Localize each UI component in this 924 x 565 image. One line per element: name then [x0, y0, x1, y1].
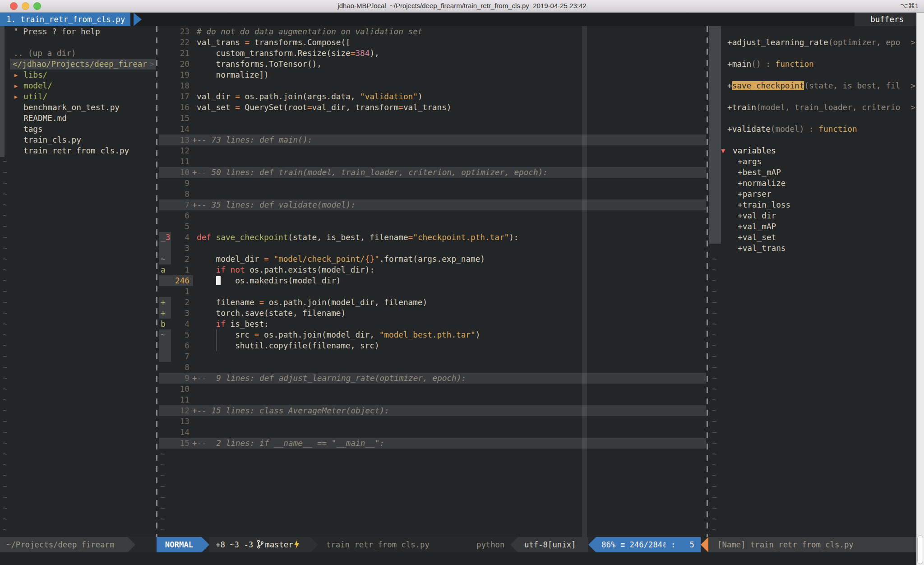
- code-line[interactable]: 18: [159, 80, 706, 91]
- nerdtree-root-path[interactable]: </jdhao/Projects/deep_firear: [13, 59, 147, 69]
- tagbar-item[interactable]: +args: [709, 156, 916, 167]
- tag-variable[interactable]: +train_loss: [738, 199, 790, 210]
- nerdtree-directory[interactable]: model/: [23, 80, 52, 91]
- tag-variable[interactable]: +args: [738, 156, 762, 167]
- tag-variable[interactable]: +normalize: [738, 178, 786, 189]
- folded-code-line[interactable]: 10+-- 50 lines: def train(model, train_l…: [159, 167, 706, 178]
- nerdtree-file[interactable]: benchmark_on_test.py: [23, 102, 120, 113]
- code-line[interactable]: 16val_set = QuerySet(root=val_dir, trans…: [159, 102, 706, 113]
- fold-summary-text[interactable]: +-- 73 lines: def main():: [192, 134, 312, 145]
- nerdtree-item[interactable]: " Press ? for help: [0, 26, 156, 37]
- code-line[interactable]: 21 custom_transform.Resize(size=384),: [159, 48, 706, 59]
- tag-variable[interactable]: +val_trans: [738, 243, 786, 254]
- tag-variable[interactable]: +best_mAP: [738, 167, 781, 178]
- fold-summary-text[interactable]: +-- 15 lines: class AverageMeter(object)…: [192, 405, 389, 416]
- code-line[interactable]: 8: [159, 362, 706, 373]
- tagbar-item[interactable]: +best_mAP: [709, 167, 916, 178]
- code-line[interactable]: 11: [159, 156, 706, 167]
- tagbar-item[interactable]: +val_set: [709, 232, 916, 243]
- code-line[interactable]: 9: [159, 178, 706, 189]
- fold-summary-text[interactable]: +-- 2 lines: if __name__ == "__main__":: [192, 438, 384, 449]
- editor-panel[interactable]: 23# do not do data augmentation on valid…: [159, 26, 706, 537]
- code-line[interactable]: 19 normalize]): [159, 69, 706, 80]
- code-line[interactable]: 13: [159, 416, 706, 427]
- tagbar-item[interactable]: ▼variables: [709, 145, 916, 156]
- nerdtree-file[interactable]: tags: [23, 124, 43, 134]
- code-line[interactable]: 3: [159, 243, 706, 254]
- tagbar-item[interactable]: +val_trans: [709, 243, 916, 254]
- nerdtree-file[interactable]: train_retr_from_cls.py: [23, 145, 129, 156]
- code-line[interactable]: 23# do not do data augmentation on valid…: [159, 26, 706, 37]
- tag-variable[interactable]: +parser: [738, 189, 772, 199]
- tagbar-item[interactable]: +adjust_learning_rate(optimizer, epo>: [709, 37, 916, 48]
- tab-train-retr-from-cls[interactable]: 1. train_retr_from_cls.py: [0, 13, 130, 26]
- fold-summary-text[interactable]: +-- 35 lines: def validate(model):: [192, 199, 356, 210]
- nerdtree-item[interactable]: ▸util/: [0, 91, 156, 102]
- code-line[interactable]: 7: [159, 351, 706, 362]
- code-line[interactable]: b4 if is_best:: [159, 319, 706, 329]
- code-line[interactable]: 6: [159, 210, 706, 221]
- nerdtree-item[interactable]: ▸model/: [0, 80, 156, 91]
- nerdtree-directory[interactable]: util/: [23, 91, 47, 102]
- fold-summary-text[interactable]: +-- 9 lines: def adjust_learning_rate(op…: [192, 373, 466, 384]
- window-separator[interactable]: [707, 26, 708, 537]
- tagbar-item[interactable]: +main() : function: [709, 59, 916, 69]
- code-line[interactable]: a1 if not os.path.exists(model_dir):: [159, 264, 706, 275]
- tagbar-item[interactable]: +train(model, train_loader, criterio>: [709, 102, 916, 113]
- folded-code-line[interactable]: 13+-- 73 lines: def main():: [159, 134, 706, 145]
- nerdtree-item[interactable]: README.md: [0, 113, 156, 124]
- code-line[interactable]: 11: [159, 394, 706, 405]
- nerdtree-directory[interactable]: libs/: [23, 69, 47, 80]
- nerdtree-item[interactable]: tags: [0, 124, 156, 134]
- tag-entry[interactable]: +validate(model) : function: [727, 124, 857, 134]
- folded-code-line[interactable]: 7+-- 35 lines: def validate(model):: [159, 199, 706, 210]
- code-line[interactable]: 8: [159, 189, 706, 199]
- code-line[interactable]: 15: [159, 113, 706, 124]
- code-line[interactable]: 14: [159, 124, 706, 134]
- code-line[interactable]: 10: [159, 384, 706, 394]
- fold-open-triangle-icon[interactable]: ▼: [721, 145, 725, 156]
- code-line[interactable]: 246 os.makedirs(model_dir): [159, 275, 706, 286]
- tagbar-item[interactable]: +val_dir: [709, 210, 916, 221]
- nerdtree-file[interactable]: README.md: [23, 113, 67, 124]
- tag-variable[interactable]: +val_mAP: [738, 221, 776, 232]
- code-line[interactable]: 5: [159, 221, 706, 232]
- nerdtree-item[interactable]: .. (up a dir): [0, 48, 156, 59]
- tagbar-item[interactable]: +parser: [709, 189, 916, 199]
- code-line[interactable]: 12: [159, 145, 706, 156]
- terminal-scrollbar-track[interactable]: [916, 13, 924, 565]
- tagbar-item[interactable]: +validate(model) : function: [709, 124, 916, 134]
- code-line[interactable]: +2 filename = os.path.join(model_dir, fi…: [159, 297, 706, 308]
- tagbar-item[interactable]: +save_checkpoint(state, is_best, fil>: [709, 80, 916, 91]
- terminal-scrollbar-thumb[interactable]: [917, 535, 923, 564]
- tag-entry[interactable]: +train(model, train_loader, criterio: [727, 102, 900, 113]
- nerdtree-item[interactable]: ▸libs/: [0, 69, 156, 80]
- code-line[interactable]: 22val_trans = transforms.Compose([: [159, 37, 706, 48]
- code-line[interactable]: 14: [159, 427, 706, 438]
- tag-entry[interactable]: +save_checkpoint(state, is_best, fil: [727, 80, 900, 91]
- folded-code-line[interactable]: 9+-- 9 lines: def adjust_learning_rate(o…: [159, 373, 706, 384]
- tag-entry[interactable]: +adjust_learning_rate(optimizer, epo: [727, 37, 900, 48]
- nerdtree-item[interactable]: train_cls.py: [0, 134, 156, 145]
- nerdtree-item[interactable]: </jdhao/Projects/deep_firear>: [0, 59, 156, 69]
- folded-code-line[interactable]: 15+-- 2 lines: if __name__ == "__main__"…: [159, 438, 706, 449]
- tagbar-item[interactable]: +train_loss: [709, 199, 916, 210]
- folder-collapsed-arrow-icon[interactable]: ▸: [14, 80, 18, 91]
- code-line[interactable]: ~2 model_dir = "model/check_point/{}".fo…: [159, 254, 706, 264]
- tag-variable[interactable]: +val_dir: [738, 210, 776, 221]
- folded-code-line[interactable]: 12+-- 15 lines: class AverageMeter(objec…: [159, 405, 706, 416]
- tagbar-item[interactable]: +normalize: [709, 178, 916, 189]
- code-line[interactable]: _34def save_checkpoint(state, is_best, f…: [159, 232, 706, 243]
- tagbar-item[interactable]: +val_mAP: [709, 221, 916, 232]
- code-line[interactable]: 1: [159, 286, 706, 297]
- code-line[interactable]: 20 transforms.ToTensor(),: [159, 59, 706, 69]
- code-line[interactable]: 6 shutil.copyfile(filename, src): [159, 340, 706, 351]
- nerdtree-item[interactable]: benchmark_on_test.py: [0, 102, 156, 113]
- folder-collapsed-arrow-icon[interactable]: ▸: [14, 91, 18, 102]
- nerdtree-up-dir[interactable]: .. (up a dir): [14, 48, 76, 59]
- nerdtree-file[interactable]: train_cls.py: [23, 134, 81, 145]
- folder-collapsed-arrow-icon[interactable]: ▸: [14, 69, 18, 80]
- code-line[interactable]: ~5 src = os.path.join(model_dir, "model_…: [159, 329, 706, 340]
- fold-summary-text[interactable]: +-- 50 lines: def train(model, train_loa…: [192, 167, 548, 178]
- code-line[interactable]: 17val_dir = os.path.join(args.data, "val…: [159, 91, 706, 102]
